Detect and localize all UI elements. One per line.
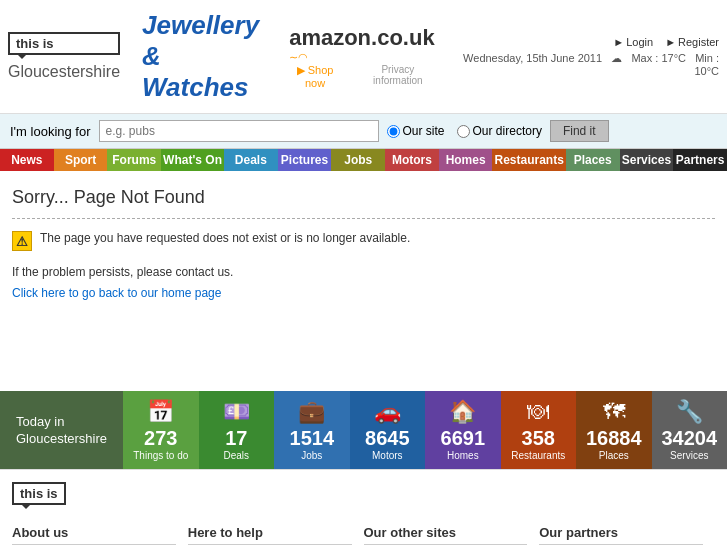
shop-now-link[interactable]: ▶ Shop now	[289, 64, 341, 89]
nav-item-homes[interactable]: Homes	[439, 149, 493, 171]
amazon-logo: amazon.co.uk	[289, 25, 434, 51]
today-label: Today in Gloucestershire	[0, 391, 123, 469]
today-item-things-to-do[interactable]: 📅273Things to do	[123, 391, 199, 469]
nav-item-news[interactable]: News	[0, 149, 54, 171]
nav-item-sport[interactable]: Sport	[54, 149, 108, 171]
logo-box: this is	[8, 32, 120, 55]
nav-item-pictures[interactable]: Pictures	[278, 149, 332, 171]
today-region: Gloucestershire	[16, 431, 107, 446]
footer-col-our-other-sites: Our other sites	[364, 525, 540, 545]
find-button[interactable]: Find it	[550, 120, 609, 142]
logo-area: this is Gloucestershire	[8, 32, 120, 81]
today-item-motors[interactable]: 🚗8645Motors	[350, 391, 426, 469]
privacy-link[interactable]: Privacy information	[361, 64, 435, 89]
header: this is Gloucestershire Jewellery & Watc…	[0, 0, 727, 114]
today-item-services[interactable]: 🔧34204Services	[652, 391, 727, 469]
divider	[12, 218, 715, 219]
today-item-jobs[interactable]: 💼1514Jobs	[274, 391, 350, 469]
today-section: Today in Gloucestershire 📅273Things to d…	[0, 391, 727, 469]
today-item-places[interactable]: 🗺16884Places	[576, 391, 652, 469]
footer-col-about-us: About us	[12, 525, 188, 545]
our-site-radio[interactable]: Our site	[387, 124, 445, 138]
footer-cols: About usHere to helpOur other sitesOur p…	[12, 517, 715, 545]
footer-col-here-to-help: Here to help	[188, 525, 364, 545]
nav-item-whatson[interactable]: What's On	[161, 149, 224, 171]
nav-item-restaurants[interactable]: Restaurants	[492, 149, 565, 171]
main-content: Sorry... Page Not Found ⚠ The page you h…	[0, 171, 727, 371]
search-options: Our site Our directory	[387, 124, 542, 138]
today-item-restaurants[interactable]: 🍽358Restaurants	[501, 391, 577, 469]
banner-area: Jewellery & Watches amazon.co.uk ∼◠ ▶ Sh…	[136, 4, 441, 109]
amazon-smile: ∼◠	[289, 51, 434, 64]
error-box: ⚠ The page you have requested does not e…	[12, 231, 715, 251]
today-item-homes[interactable]: 🏠6691Homes	[425, 391, 501, 469]
login-link[interactable]: ► Login	[613, 36, 653, 48]
weather-date: Wednesday, 15th June 2011 ☁ Max : 17°C M…	[457, 52, 719, 77]
register-link[interactable]: ► Register	[665, 36, 719, 48]
home-link[interactable]: Click here to go back to our home page	[12, 286, 221, 300]
nav-item-partners[interactable]: Partners	[673, 149, 727, 171]
search-label: I'm looking for	[10, 124, 91, 139]
today-item-deals[interactable]: 💷17Deals	[199, 391, 275, 469]
nav-item-services[interactable]: Services	[620, 149, 674, 171]
today-title: Today in	[16, 414, 107, 429]
nav-item-motors[interactable]: Motors	[385, 149, 439, 171]
footer-logo-area: this is	[12, 482, 715, 505]
header-links: ► Login ► Register	[457, 36, 719, 48]
nav-item-places[interactable]: Places	[566, 149, 620, 171]
search-bar: I'm looking for Our site Our directory F…	[0, 114, 727, 149]
contact-text: If the problem persists, please contact …	[12, 265, 715, 279]
footer-col-our-partners: Our partners	[539, 525, 715, 545]
amazon-branding: amazon.co.uk ∼◠ ▶ Shop now Privacy infor…	[289, 25, 434, 89]
page-not-found-title: Sorry... Page Not Found	[12, 187, 715, 208]
nav-item-forums[interactable]: Forums	[107, 149, 161, 171]
footer: this is About usHere to helpOur other si…	[0, 469, 727, 545]
nav-item-jobs[interactable]: Jobs	[331, 149, 385, 171]
our-directory-radio[interactable]: Our directory	[457, 124, 542, 138]
error-text: The page you have requested does not exi…	[40, 231, 410, 245]
header-right: ► Login ► Register Wednesday, 15th June …	[457, 36, 719, 77]
site-name: Gloucestershire	[8, 63, 120, 81]
footer-logo-box: this is	[12, 482, 66, 505]
jewellery-text: Jewellery & Watches	[142, 10, 259, 103]
nav-bar: NewsSportForumsWhat's OnDealsPicturesJob…	[0, 149, 727, 171]
search-input[interactable]	[99, 120, 379, 142]
nav-item-deals[interactable]: Deals	[224, 149, 278, 171]
today-items: 📅273Things to do💷17Deals💼1514Jobs🚗8645Mo…	[123, 391, 727, 469]
warning-icon: ⚠	[12, 231, 32, 251]
